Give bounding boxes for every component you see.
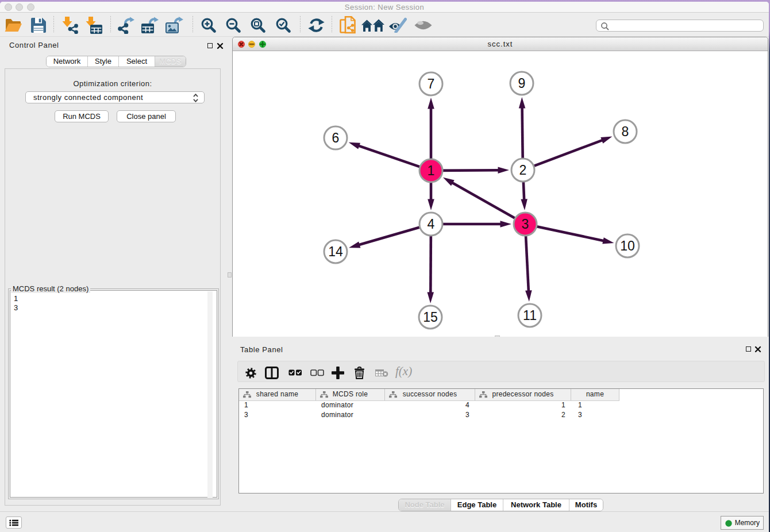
svg-text:4: 4 <box>428 217 435 232</box>
svg-text:2: 2 <box>519 163 527 178</box>
svg-text:1: 1 <box>428 163 435 178</box>
svg-text:15: 15 <box>423 310 438 325</box>
svg-text:8: 8 <box>622 124 629 139</box>
svg-text:3: 3 <box>522 217 529 232</box>
svg-text:7: 7 <box>428 76 435 91</box>
svg-text:14: 14 <box>328 244 343 259</box>
svg-text:11: 11 <box>523 308 537 323</box>
svg-text:6: 6 <box>332 130 340 145</box>
svg-text:10: 10 <box>620 238 635 253</box>
svg-text:9: 9 <box>518 76 526 91</box>
